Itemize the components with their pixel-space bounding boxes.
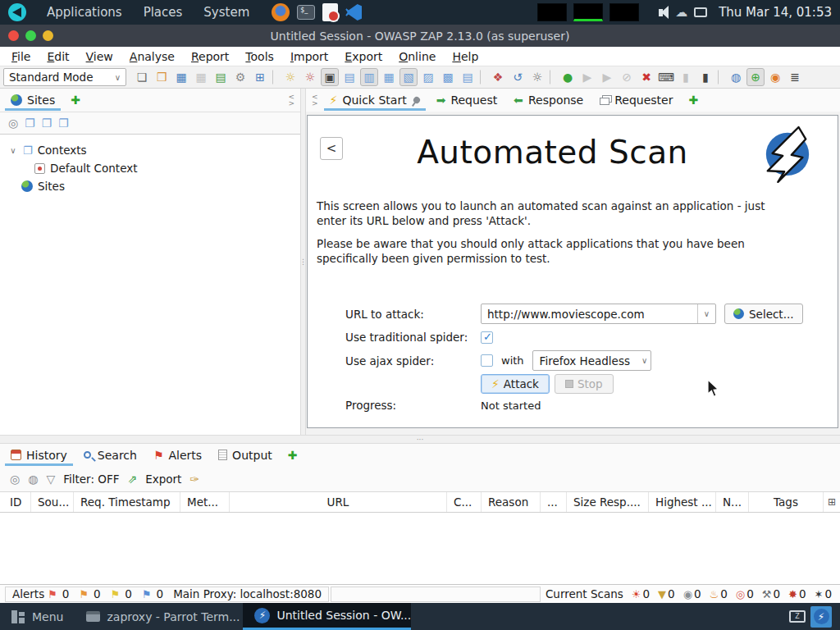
mode-select[interactable]: Standard Mode ∨	[3, 68, 126, 86]
zap-tray-icon[interactable]	[810, 606, 832, 628]
delete-add-icon[interactable]: ✖	[637, 68, 655, 86]
column-header-id[interactable]: ID	[0, 492, 31, 512]
select-button[interactable]: Select...	[724, 304, 803, 324]
window-close-button[interactable]	[8, 30, 19, 41]
menu-export[interactable]: Export	[336, 48, 390, 65]
menu-report[interactable]: Report	[183, 48, 237, 65]
column-header-size[interactable]: Size Resp....	[567, 492, 649, 512]
workspace-1[interactable]	[537, 3, 567, 21]
tree-node-default-context[interactable]: Default Context	[0, 159, 300, 177]
export-context-icon[interactable]: ❐	[58, 116, 69, 130]
open-session-icon[interactable]: ❒	[153, 68, 171, 86]
table-config-icon[interactable]: ⊞	[824, 492, 840, 512]
lamp-on-icon[interactable]: ☼	[281, 68, 299, 86]
terminal-launcher-icon[interactable]	[297, 5, 315, 20]
layout-columns-icon[interactable]: ▩	[439, 68, 457, 86]
target-icon[interactable]: ◎	[8, 116, 18, 130]
tab-alerts[interactable]: Alerts	[146, 445, 209, 466]
traditional-spider-checkbox[interactable]	[481, 331, 493, 344]
keyboard-icon[interactable]: ⌨	[657, 68, 675, 86]
tab-scroll-icons[interactable]: <>	[309, 94, 321, 107]
browser-launch-icon[interactable]: ◍	[727, 68, 745, 86]
column-header-timestamp[interactable]: Req. Timestamp	[74, 492, 180, 512]
add-tab-button[interactable]: ✚	[682, 94, 705, 107]
new-session-icon[interactable]: ❏	[133, 68, 151, 86]
column-header-method[interactable]: Met...	[180, 492, 230, 512]
tab-request[interactable]: Request	[429, 90, 505, 111]
system-menu[interactable]: System	[193, 0, 260, 25]
console-icon[interactable]: ▣	[321, 68, 339, 86]
tab-output[interactable]: Output	[211, 445, 280, 466]
weather-cloud-icon[interactable]: ☁	[675, 5, 687, 20]
manage-addons-icon[interactable]: ⊞	[251, 68, 269, 86]
tab-history[interactable]: History	[3, 445, 75, 466]
taskbar-window-terminal[interactable]: zaproxy - Parrot Term...	[75, 603, 243, 630]
chevron-down-icon[interactable]: ∨	[697, 304, 715, 323]
places-menu[interactable]: Places	[133, 0, 194, 25]
vscode-launcher-icon[interactable]	[345, 4, 362, 21]
column-header-source[interactable]: Sou...	[31, 492, 74, 512]
keyboard-indicator-icon[interactable]	[789, 610, 806, 623]
separator[interactable]	[550, 70, 555, 84]
separator[interactable]	[480, 70, 486, 84]
layout-maximize-icon[interactable]: ▧	[399, 68, 418, 86]
expander-icon[interactable]: ∨	[8, 146, 18, 155]
layout-window-icon[interactable]: ▦	[380, 68, 398, 86]
window-minimize-button[interactable]	[25, 30, 36, 41]
editor-launcher-icon[interactable]	[322, 3, 338, 21]
target-icon[interactable]: ◎	[10, 472, 20, 486]
filter-status-label[interactable]: Filter: OFF	[63, 472, 119, 486]
taskbar-menu-button[interactable]: Menu	[0, 603, 75, 630]
taskbar-window-zap[interactable]: Untitled Session - OW...	[243, 603, 411, 630]
generate-report-icon[interactable]: ▤	[212, 68, 230, 86]
browser-select[interactable]: Firefox Headless ∨	[532, 350, 652, 371]
tree-node-contexts[interactable]: ∨ ❐ Contexts	[0, 141, 300, 159]
workspace-2-active[interactable]	[573, 3, 603, 21]
lamp-off-icon[interactable]: ☼	[301, 68, 319, 86]
menu-help[interactable]: Help	[444, 48, 486, 65]
snapshot-session-icon[interactable]: ▦	[192, 68, 210, 86]
menu-online[interactable]: Online	[390, 48, 444, 65]
column-header-url[interactable]: URL	[230, 492, 447, 512]
blocks-icon[interactable]: ❖	[489, 68, 507, 86]
tab-requester[interactable]: Requester	[592, 90, 680, 111]
layout-left-icon[interactable]: ▨	[419, 68, 437, 86]
export-label[interactable]: Export	[145, 472, 181, 486]
column-header-note[interactable]: N...	[716, 492, 749, 512]
firefox-launch-icon[interactable]: ◉	[766, 68, 784, 86]
add-tab-button[interactable]: ✚	[281, 449, 304, 462]
export-icon[interactable]: ⇗	[127, 472, 137, 486]
pin-icon[interactable]	[412, 95, 421, 104]
volume-icon[interactable]	[659, 6, 669, 19]
tab-search[interactable]: Search	[76, 445, 144, 466]
menu-analyse[interactable]: Analyse	[121, 48, 183, 65]
menu-import[interactable]: Import	[282, 48, 336, 65]
globe-icon[interactable]: ◍	[28, 472, 38, 486]
window-maximize-button[interactable]	[43, 30, 53, 41]
menu-tools[interactable]: Tools	[237, 48, 282, 65]
column-header-code[interactable]: C...	[447, 492, 482, 512]
layout-full-icon[interactable]: ▤	[340, 68, 358, 86]
url-input[interactable]: http://www.moviescope.com	[482, 308, 697, 321]
vertical-splitter[interactable]: ⋮	[300, 89, 306, 435]
separator[interactable]	[718, 70, 724, 84]
record-icon[interactable]: ●	[559, 68, 577, 86]
import-context-icon[interactable]: ❐	[42, 116, 52, 130]
filter-icon[interactable]: ▽	[46, 472, 55, 486]
applications-menu[interactable]: Applications	[36, 0, 133, 25]
parrot-os-logo-icon[interactable]	[8, 3, 26, 21]
column-header-reason[interactable]: Reason	[482, 492, 541, 512]
menu-file[interactable]: File	[3, 48, 39, 65]
separator[interactable]	[272, 70, 278, 84]
layout-rows-icon[interactable]: ▤	[459, 68, 477, 86]
play-icon[interactable]: ▶	[598, 68, 616, 86]
clock[interactable]: Thu Mar 14, 01:53	[719, 5, 832, 20]
tab-response[interactable]: Response	[506, 90, 591, 111]
column-header-rtt[interactable]: ...	[541, 492, 567, 512]
attack-button[interactable]: ⚡ Attack	[481, 374, 550, 394]
ajax-spider-checkbox[interactable]	[481, 354, 493, 367]
column-header-tags[interactable]: Tags	[749, 492, 824, 512]
firefox-launcher-icon[interactable]	[272, 3, 290, 21]
tape-icon[interactable]: ▮	[677, 68, 695, 86]
add-tab-button[interactable]: ✚	[64, 94, 87, 107]
